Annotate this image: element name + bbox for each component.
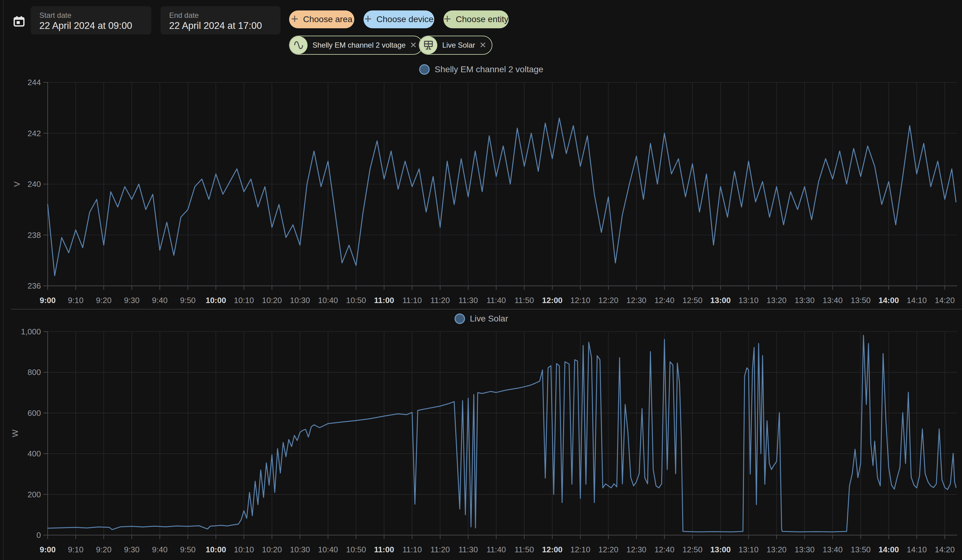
solar-legend[interactable]: Live Solar — [0, 312, 962, 325]
svg-text:236: 236 — [28, 281, 41, 290]
svg-text:10:20: 10:20 — [262, 545, 282, 554]
plus-icon: + — [365, 12, 371, 26]
svg-text:11:40: 11:40 — [487, 545, 506, 554]
svg-text:12:20: 12:20 — [599, 296, 618, 305]
svg-text:400: 400 — [28, 449, 41, 458]
legend-dot — [454, 313, 466, 325]
legend-label: Shelly EM channel 2 voltage — [434, 64, 543, 74]
svg-text:0: 0 — [37, 531, 41, 540]
start-date-value: 22 April 2024 at 09:00 — [39, 20, 143, 32]
svg-text:11:10: 11:10 — [402, 296, 422, 305]
choose-entity-button[interactable]: + Choose entity — [444, 10, 509, 28]
svg-text:11:50: 11:50 — [515, 545, 534, 554]
start-date-field[interactable]: Start date 22 April 2024 at 09:00 — [31, 6, 151, 34]
svg-text:10:00: 10:00 — [206, 545, 226, 554]
svg-text:13:10: 13:10 — [738, 296, 759, 305]
choose-area-button[interactable]: + Choose area — [289, 10, 354, 28]
chip-shelly-voltage[interactable]: Shelly EM channel 2 voltage ✕ — [289, 35, 423, 55]
svg-text:14:20: 14:20 — [935, 545, 955, 554]
history-page: Start date 22 April 2024 at 09:00 End da… — [0, 0, 962, 560]
svg-text:13:20: 13:20 — [767, 545, 787, 554]
svg-text:11:40: 11:40 — [487, 296, 506, 305]
svg-text:12:30: 12:30 — [626, 545, 646, 554]
svg-text:13:00: 13:00 — [710, 545, 731, 554]
svg-text:11:00: 11:00 — [374, 296, 394, 305]
svg-text:240: 240 — [28, 180, 41, 189]
svg-text:244: 244 — [28, 78, 41, 87]
svg-text:12:40: 12:40 — [654, 545, 675, 554]
choose-device-button[interactable]: + Choose device — [363, 10, 434, 28]
svg-text:9:10: 9:10 — [68, 545, 84, 554]
legend-label: Live Solar — [470, 314, 508, 323]
close-icon[interactable]: ✕ — [410, 41, 417, 50]
svg-text:13:20: 13:20 — [767, 296, 787, 305]
choose-entity-label: Choose entity — [456, 14, 508, 24]
choose-area-label: Choose area — [303, 14, 352, 24]
chip-label: Shelly EM channel 2 voltage — [313, 41, 406, 50]
svg-text:1,000: 1,000 — [21, 327, 41, 336]
svg-text:9:20: 9:20 — [96, 545, 111, 554]
svg-text:12:00: 12:00 — [542, 296, 563, 305]
solar-chart-plot-area[interactable] — [48, 331, 956, 535]
svg-text:13:50: 13:50 — [851, 296, 871, 305]
svg-text:9:50: 9:50 — [180, 545, 195, 554]
svg-text:14:00: 14:00 — [878, 296, 899, 305]
svg-text:9:40: 9:40 — [152, 296, 168, 305]
svg-text:11:00: 11:00 — [374, 545, 394, 554]
svg-text:10:10: 10:10 — [234, 296, 254, 305]
svg-text:9:30: 9:30 — [124, 296, 140, 305]
svg-text:800: 800 — [28, 368, 41, 377]
end-date-value: 22 April 2024 at 17:00 — [169, 20, 272, 32]
svg-text:12:50: 12:50 — [683, 545, 702, 554]
calendar-button[interactable] — [12, 15, 26, 29]
voltage-chart-plot-area[interactable] — [48, 82, 956, 286]
svg-text:242: 242 — [28, 129, 41, 138]
svg-text:12:10: 12:10 — [570, 545, 590, 554]
end-date-label: End date — [169, 11, 272, 20]
svg-text:10:10: 10:10 — [234, 545, 254, 554]
svg-text:10:40: 10:40 — [318, 296, 338, 305]
svg-text:9:10: 9:10 — [68, 296, 84, 305]
svg-text:12:40: 12:40 — [654, 296, 675, 305]
svg-text:10:30: 10:30 — [290, 545, 310, 554]
svg-text:200: 200 — [28, 490, 41, 499]
voltage-legend[interactable]: Shelly EM channel 2 voltage — [0, 63, 962, 76]
svg-text:V: V — [12, 181, 21, 187]
end-date-field[interactable]: End date 22 April 2024 at 17:00 — [161, 6, 281, 34]
svg-text:14:00: 14:00 — [878, 545, 899, 554]
choose-device-label: Choose device — [376, 14, 433, 24]
chart-divider — [11, 309, 962, 309]
svg-text:13:40: 13:40 — [823, 545, 843, 554]
svg-text:9:20: 9:20 — [96, 296, 111, 305]
svg-text:13:40: 13:40 — [823, 296, 843, 305]
svg-text:13:30: 13:30 — [795, 296, 815, 305]
legend-dot — [418, 64, 430, 75]
svg-text:W: W — [10, 430, 20, 437]
chip-label: Live Solar — [442, 41, 475, 50]
svg-text:238: 238 — [28, 230, 41, 240]
svg-text:10:30: 10:30 — [290, 296, 310, 305]
svg-text:9:00: 9:00 — [40, 545, 56, 554]
svg-text:14:20: 14:20 — [935, 296, 955, 305]
svg-text:14:10: 14:10 — [907, 296, 926, 305]
solar-panel-icon — [420, 36, 437, 54]
svg-text:12:10: 12:10 — [570, 296, 590, 305]
svg-text:9:40: 9:40 — [152, 545, 168, 554]
svg-text:12:30: 12:30 — [626, 296, 646, 305]
svg-text:11:30: 11:30 — [458, 545, 478, 554]
svg-text:10:20: 10:20 — [262, 296, 282, 305]
svg-text:11:20: 11:20 — [431, 296, 450, 305]
svg-text:11:50: 11:50 — [515, 296, 534, 305]
start-date-label: Start date — [39, 11, 143, 20]
sine-wave-icon — [290, 36, 308, 54]
svg-text:11:10: 11:10 — [402, 545, 422, 554]
svg-text:12:20: 12:20 — [599, 545, 618, 554]
svg-text:12:00: 12:00 — [542, 545, 563, 554]
svg-text:9:00: 9:00 — [40, 296, 56, 305]
svg-text:9:50: 9:50 — [180, 296, 195, 305]
svg-text:10:40: 10:40 — [318, 545, 338, 554]
chip-live-solar[interactable]: Live Solar ✕ — [419, 35, 492, 55]
svg-text:14:10: 14:10 — [907, 545, 926, 554]
close-icon[interactable]: ✕ — [479, 41, 487, 50]
plus-icon: + — [291, 12, 298, 26]
